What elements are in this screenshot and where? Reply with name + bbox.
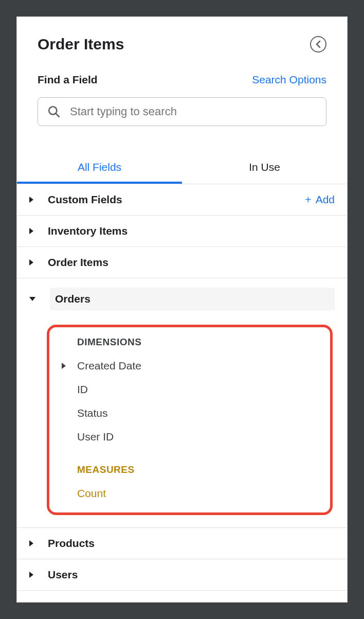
search-options-link[interactable]: Search Options xyxy=(252,74,326,86)
svg-line-1 xyxy=(56,114,59,117)
panel-title: Order Items xyxy=(38,36,124,53)
group-label-box: Orders xyxy=(50,288,335,310)
search-section: Find a Field Search Options xyxy=(17,63,347,140)
search-input-wrapper[interactable] xyxy=(38,97,326,126)
add-custom-field-link[interactable]: + Add xyxy=(305,193,335,206)
field-picker-panel: Order Items Find a Field Search Options … xyxy=(16,16,348,603)
field-created-date[interactable]: Created Date xyxy=(58,354,322,378)
group-custom-fields[interactable]: Custom Fields + Add xyxy=(17,184,347,216)
field-status[interactable]: Status xyxy=(58,401,322,425)
group-orders-header[interactable]: Orders xyxy=(17,285,347,316)
tab-all-fields[interactable]: All Fields xyxy=(17,153,182,184)
group-label: Orders xyxy=(55,293,330,305)
field-count[interactable]: Count xyxy=(58,482,322,505)
plus-icon: + xyxy=(305,193,311,206)
tab-in-use[interactable]: In Use xyxy=(182,153,347,184)
caret-right-icon xyxy=(29,197,33,203)
field-label: Created Date xyxy=(77,360,141,372)
caret-right-icon xyxy=(29,259,33,266)
group-orders: Orders DIMENSIONS Created Date ID Status xyxy=(17,278,347,528)
field-list: Custom Fields + Add Inventory Items Orde… xyxy=(17,184,347,602)
search-input[interactable] xyxy=(70,105,317,118)
caret-down-icon xyxy=(29,297,35,301)
group-label: Custom Fields xyxy=(48,193,305,206)
caret-right-icon xyxy=(29,228,33,234)
panel-header: Order Items xyxy=(17,17,347,63)
field-label: ID xyxy=(77,383,88,396)
add-label: Add xyxy=(316,193,335,206)
caret-right-icon xyxy=(29,540,33,546)
group-order-items[interactable]: Order Items xyxy=(17,247,347,278)
group-label: Order Items xyxy=(48,256,335,269)
field-id[interactable]: ID xyxy=(58,378,322,401)
field-label: Count xyxy=(77,487,106,500)
caret-right-icon xyxy=(29,572,33,578)
caret-right-icon xyxy=(62,363,66,369)
tabs: All Fields In Use xyxy=(17,153,347,184)
field-label: Status xyxy=(77,407,108,419)
measures-header: MEASURES xyxy=(77,464,322,475)
group-inventory-items[interactable]: Inventory Items xyxy=(17,216,347,247)
highlight-annotation: DIMENSIONS Created Date ID Status User I… xyxy=(47,325,333,515)
chevron-left-icon xyxy=(316,41,321,48)
field-label: User ID xyxy=(77,431,114,443)
search-icon xyxy=(47,105,61,118)
group-users[interactable]: Users xyxy=(17,559,347,591)
orders-fields-container: DIMENSIONS Created Date ID Status User I… xyxy=(45,316,335,521)
field-user-id[interactable]: User ID xyxy=(58,425,322,449)
search-labels: Find a Field Search Options xyxy=(38,74,326,86)
group-products[interactable]: Products xyxy=(17,528,347,559)
dimensions-header: DIMENSIONS xyxy=(77,337,322,348)
collapse-button[interactable] xyxy=(310,36,326,52)
find-field-label: Find a Field xyxy=(38,74,98,86)
group-label: Inventory Items xyxy=(48,225,335,237)
group-label: Users xyxy=(48,569,335,581)
group-label: Products xyxy=(48,537,335,550)
